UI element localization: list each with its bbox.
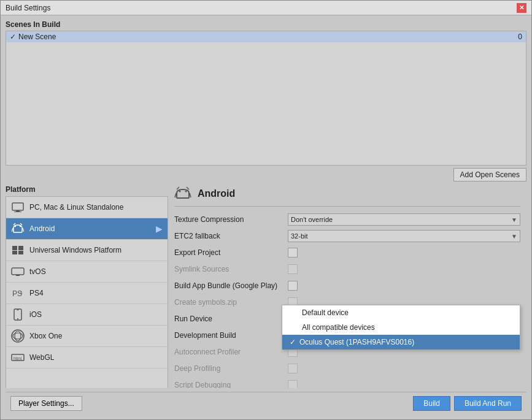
svg-point-26	[185, 191, 187, 193]
settings-panel: Android Texture Compression Don't overri…	[168, 185, 526, 388]
svg-rect-11	[12, 251, 17, 254]
dropdown-item-compatible[interactable]: All compatible devices	[282, 320, 520, 335]
symlink-sources-row: Symlink Sources	[174, 262, 520, 276]
platform-item-ios[interactable]: iOS	[6, 304, 168, 326]
android-title: Android	[198, 188, 235, 199]
dropdown-item-oculus[interactable]: ✓ Oculus Quest (1PASH9AFVS0016)	[282, 335, 520, 349]
android-header: Android	[174, 185, 520, 207]
scene-name: New Scene	[18, 32, 56, 41]
platform-list: PC, Mac & Linux Standalone	[6, 196, 168, 388]
dropdown-item-oculus-check: ✓	[290, 338, 296, 346]
android-icon	[11, 222, 25, 235]
svg-rect-19	[17, 310, 19, 310]
svg-line-27	[175, 193, 176, 197]
svg-line-29	[177, 187, 179, 189]
platform-item-xbox-label: Xbox One	[29, 332, 62, 340]
pc-icon	[11, 200, 25, 214]
autoconnect-label: Autoconnect Profiler	[174, 348, 288, 356]
build-app-bundle-checkbox[interactable]	[288, 281, 298, 291]
window-title: Build Settings	[6, 4, 50, 12]
svg-line-8	[20, 223, 22, 225]
ps4-icon: PS 4	[11, 286, 25, 300]
svg-rect-12	[18, 251, 23, 254]
platform-item-ps4[interactable]: PS 4 PS4	[6, 283, 168, 304]
build-app-bundle-row: Build App Bundle (Google Play)	[174, 279, 520, 292]
svg-text:html: html	[13, 356, 22, 361]
platform-item-pc-label: PC, Mac & Linux Standalone	[29, 203, 123, 212]
platform-item-android-label: Android	[29, 224, 55, 233]
scenes-section: Scenes In Build ✓ New Scene 0 Add Open S…	[6, 20, 526, 181]
deep-profiling-checkbox[interactable]	[288, 364, 298, 373]
svg-rect-1	[16, 210, 20, 212]
svg-rect-13	[12, 268, 24, 275]
dropdown-item-default-label: Default device	[302, 308, 349, 317]
texture-compression-label: Texture Compression	[174, 215, 288, 224]
add-open-scenes-row: Add Open Scenes	[6, 168, 526, 181]
scene-item[interactable]: ✓ New Scene	[6, 31, 526, 42]
symlink-sources-checkbox[interactable]	[288, 264, 298, 274]
export-project-label: Export Project	[174, 248, 288, 257]
etc2-fallback-value: 32-bit	[291, 232, 308, 240]
platform-item-webgl-label: WebGL	[29, 353, 54, 362]
deep-profiling-row: Deep Profiling	[174, 362, 520, 375]
platform-panel: Platform PC, Mac & Linux Standalone	[6, 185, 168, 388]
texture-compression-row: Texture Compression Don't override ▼	[174, 213, 520, 226]
add-open-scenes-button[interactable]: Add Open Scenes	[453, 168, 526, 181]
player-settings-button[interactable]: Player Settings...	[10, 396, 82, 411]
script-debugging-checkbox[interactable]	[288, 380, 298, 388]
export-project-row: Export Project	[174, 246, 520, 259]
script-debugging-row: Script Debugging	[174, 378, 520, 388]
dropdown-item-compatible-label: All compatible devices	[302, 323, 375, 332]
texture-compression-arrow: ▼	[511, 216, 517, 223]
export-project-checkbox[interactable]	[288, 248, 298, 258]
platform-item-ps4-label: PS4	[29, 289, 44, 297]
etc2-fallback-arrow: ▼	[511, 233, 517, 240]
run-device-label: Run Device	[174, 315, 288, 323]
symlink-sources-label: Symlink Sources	[174, 265, 288, 273]
scenes-list: ✓ New Scene 0	[6, 31, 526, 166]
run-device-dropdown-popup: Default device All compatible devices ✓ …	[282, 305, 520, 350]
svg-line-28	[190, 193, 191, 197]
svg-rect-10	[18, 246, 23, 250]
svg-point-18	[17, 318, 18, 319]
script-debugging-label: Script Debugging	[174, 381, 288, 388]
scenes-label: Scenes In Build	[6, 20, 526, 29]
title-bar: Build Settings ✕	[1, 1, 531, 15]
platform-item-uwp[interactable]: Universal Windows Platform	[6, 240, 168, 261]
build-button[interactable]: Build	[413, 396, 450, 411]
uwp-icon	[11, 243, 25, 257]
platform-item-ios-label: iOS	[29, 310, 42, 319]
ios-icon	[11, 308, 25, 321]
webgl-icon: html	[11, 351, 25, 364]
svg-line-7	[13, 223, 15, 225]
bottom-right-buttons: Build Build And Run	[413, 396, 522, 411]
platform-item-pc[interactable]: PC, Mac & Linux Standalone	[6, 197, 168, 218]
bottom-bar: Player Settings... Build Build And Run	[6, 392, 526, 414]
close-button[interactable]: ✕	[517, 3, 526, 13]
scene-check: ✓	[10, 32, 16, 41]
deep-profiling-label: Deep Profiling	[174, 364, 288, 373]
svg-rect-9	[12, 246, 17, 250]
platform-item-xbox[interactable]: Xbox One	[6, 326, 168, 347]
etc2-fallback-row: ETC2 fallback 32-bit ▼	[174, 229, 520, 243]
platform-item-webgl[interactable]: html WebGL	[6, 347, 168, 368]
platform-item-tvos[interactable]: tvOS	[6, 261, 168, 283]
etc2-fallback-dropdown[interactable]: 32-bit ▼	[288, 230, 520, 242]
build-and-run-button[interactable]: Build And Run	[454, 396, 522, 411]
tvos-icon	[11, 265, 25, 278]
dev-build-label: Development Build	[174, 331, 288, 340]
dropdown-item-oculus-label: Oculus Quest (1PASH9AFVS0016)	[299, 338, 414, 346]
platform-item-android[interactable]: Android ▶	[6, 218, 168, 240]
texture-compression-dropdown[interactable]: Don't override ▼	[288, 213, 520, 226]
active-arrow: ▶	[156, 224, 163, 234]
svg-line-30	[187, 187, 189, 189]
dropdown-item-default[interactable]: Default device	[282, 305, 520, 320]
svg-rect-0	[12, 203, 23, 210]
build-settings-window: Build Settings ✕ Scenes In Build ✓ New S…	[0, 0, 532, 420]
scene-index: 0	[518, 32, 522, 41]
svg-line-6	[23, 228, 24, 232]
create-symbols-label: Create symbols.zip	[174, 298, 288, 307]
svg-text:4: 4	[20, 290, 23, 296]
svg-rect-14	[16, 275, 20, 276]
build-app-bundle-label: Build App Bundle (Google Play)	[174, 281, 288, 290]
